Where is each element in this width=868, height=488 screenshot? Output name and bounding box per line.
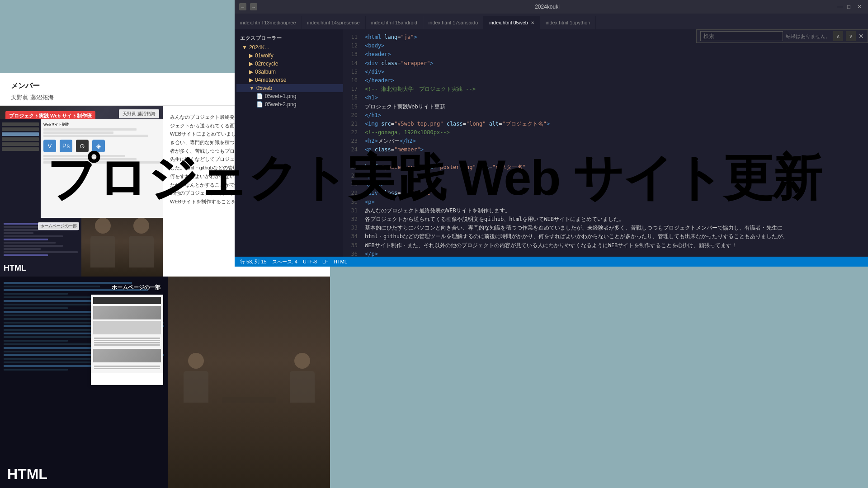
- file-tree: ▼ 2024K... ▶ 01wolfy ▶ 02recycle ▶ 03alb…: [235, 43, 343, 108]
- html-label: HTML: [4, 263, 26, 273]
- bottom-right-people-panel: [168, 277, 330, 488]
- tree-04metaverse[interactable]: ▶ 04metaverse: [236, 76, 343, 84]
- html-screenshot: HTML ホームページの一部: [0, 218, 81, 277]
- tab-14spresense[interactable]: index.html 14spresense: [302, 16, 366, 29]
- tree-05web-2[interactable]: 📄 05web-2.png: [236, 100, 343, 108]
- find-no-results: 結果はありません。: [786, 33, 830, 40]
- tree-05web[interactable]: ▼ 05web: [236, 84, 343, 92]
- vscode-icon: V: [43, 140, 56, 152]
- tree-01wolfy[interactable]: ▶ 01wolfy: [236, 52, 343, 60]
- file-explorer: エクスプローラー ▼ 2024K... ▶ 01wolfy ▶ 02recycl…: [235, 29, 343, 257]
- find-next-button[interactable]: ∨: [846, 31, 856, 41]
- tree-root[interactable]: ▼ 2024K...: [236, 43, 343, 52]
- vscode-title: 2024kouki: [261, 4, 834, 10]
- tab-05web[interactable]: index.html 05web ✕: [484, 16, 540, 29]
- project-top-image: プロジェクト実践 Web サイト制作班 天野眞 藤沼拓海 Webサイト: [0, 106, 163, 218]
- tab-15android[interactable]: index.html 15android: [366, 16, 423, 29]
- explorer-label: エクスプローラー: [235, 33, 343, 43]
- sim-heading: Webサイト制作: [43, 122, 160, 127]
- tab-17sansaido[interactable]: index.html 17sansaido: [423, 16, 484, 29]
- editor-main: エクスプローラー ▼ 2024K... ▶ 01wolfy ▶ 02recycl…: [235, 29, 868, 257]
- forward-button[interactable]: →: [250, 3, 257, 10]
- line-numbers: 11 12 13 14 15 16 17 18 19 20 21 22 23 2…: [343, 29, 361, 257]
- tree-02recycle[interactable]: ▶ 02recycle: [236, 60, 343, 68]
- find-input[interactable]: [700, 31, 783, 41]
- status-language: HTML: [334, 259, 347, 264]
- back-button[interactable]: ←: [239, 3, 246, 10]
- restore-icon[interactable]: □: [847, 4, 854, 10]
- status-line: 行 58, 列 15: [240, 258, 267, 265]
- tree-03album[interactable]: ▶ 03album: [236, 68, 343, 76]
- ps-icon: Ps: [60, 140, 72, 152]
- status-encoding: UTF-8: [303, 259, 317, 264]
- html-badge-label: HTML: [7, 466, 47, 483]
- git-icon: ◈: [92, 140, 105, 152]
- homepage-snippet: [91, 295, 163, 385]
- person-label: 天野眞 藤沼拓海: [119, 109, 159, 118]
- status-spaces: スペース: 4: [272, 258, 297, 265]
- tab-13mediaupress[interactable]: index.html 13mediaupree: [235, 16, 302, 29]
- statusbar: 行 58, 列 15 スペース: 4 UTF-8 LF HTML: [235, 257, 868, 267]
- find-close-button[interactable]: ✕: [859, 33, 864, 40]
- homepage-label: ホームページの一部: [38, 222, 79, 230]
- vscode-editor-panel: ← → 2024kouki — □ ✕ index.html 13mediaup…: [235, 0, 868, 267]
- status-eol: LF: [322, 259, 328, 264]
- github-icon: ⊙: [76, 140, 89, 152]
- vscode-titlebar: ← → 2024kouki — □ ✕: [235, 0, 868, 14]
- person-head-2: [294, 353, 310, 369]
- tab-1opython[interactable]: index.html 1opython: [540, 16, 596, 29]
- people-photo: [81, 218, 163, 277]
- person-head-1: [188, 353, 204, 369]
- bottom-left-code-panel: HTML ホームページの一部: [0, 277, 168, 488]
- code-editor: 11 12 13 14 15 16 17 18 19 20 21 22 23 2…: [343, 29, 868, 257]
- person-body-1: [184, 371, 208, 403]
- homepage-snippet-label: ホームページの一部: [112, 284, 160, 291]
- editor-code[interactable]: <html lang="ja"> <body> <header> <div cl…: [361, 29, 868, 257]
- desk-1: [222, 397, 276, 403]
- person-body-2: [290, 371, 315, 403]
- find-widget[interactable]: 結果はありません。 ∧ ∨ ✕: [696, 29, 868, 43]
- minimize-icon[interactable]: —: [837, 4, 844, 10]
- tree-05web-1[interactable]: 📄 05web-1.png: [236, 92, 343, 100]
- people-photo-bg: [168, 277, 330, 488]
- find-prev-button[interactable]: ∧: [833, 31, 843, 41]
- tab-close-icon[interactable]: ✕: [531, 20, 534, 25]
- close-icon[interactable]: ✕: [857, 4, 863, 10]
- people-simulation: [90, 218, 154, 277]
- editor-tabs: index.html 13mediaupree index.html 14spr…: [235, 14, 868, 29]
